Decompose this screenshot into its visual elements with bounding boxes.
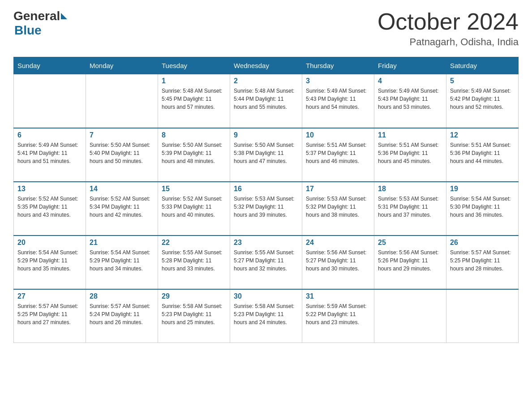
calendar-cell: 25Sunrise: 5:56 AM Sunset: 5:26 PM Dayli… [374,235,446,289]
day-number: 21 [90,239,154,247]
month-title: October 2024 [378,9,519,34]
calendar-cell [14,74,86,128]
day-number: 26 [450,239,515,247]
calendar-cell [374,289,446,343]
day-info: Sunrise: 5:57 AM Sunset: 5:25 PM Dayligh… [450,248,515,273]
day-number: 28 [90,292,154,300]
day-number: 9 [234,131,298,139]
day-number: 10 [306,131,370,139]
calendar-cell: 23Sunrise: 5:55 AM Sunset: 5:27 PM Dayli… [230,235,302,289]
calendar-cell: 31Sunrise: 5:59 AM Sunset: 5:22 PM Dayli… [302,289,374,343]
calendar-cell: 6Sunrise: 5:49 AM Sunset: 5:41 PM Daylig… [14,128,86,182]
day-number: 29 [162,292,226,300]
calendar-week-row: 13Sunrise: 5:52 AM Sunset: 5:35 PM Dayli… [14,182,519,235]
calendar-cell: 3Sunrise: 5:49 AM Sunset: 5:43 PM Daylig… [302,74,374,128]
calendar-cell: 24Sunrise: 5:56 AM Sunset: 5:27 PM Dayli… [302,235,374,289]
day-number: 1 [162,77,226,85]
day-info: Sunrise: 5:53 AM Sunset: 5:32 PM Dayligh… [234,195,298,219]
day-number: 24 [306,239,370,247]
logo-general-text: General [13,9,60,23]
day-info: Sunrise: 5:58 AM Sunset: 5:23 PM Dayligh… [162,302,226,326]
calendar-cell: 28Sunrise: 5:57 AM Sunset: 5:24 PM Dayli… [86,289,158,343]
day-number: 17 [306,185,370,193]
day-number: 3 [306,77,370,85]
calendar-week-row: 27Sunrise: 5:57 AM Sunset: 5:25 PM Dayli… [14,289,519,343]
title-area: October 2024 Patnagarh, Odisha, India [378,9,519,48]
day-info: Sunrise: 5:55 AM Sunset: 5:27 PM Dayligh… [234,248,298,273]
day-info: Sunrise: 5:54 AM Sunset: 5:30 PM Dayligh… [450,195,515,219]
day-info: Sunrise: 5:48 AM Sunset: 5:45 PM Dayligh… [162,87,226,111]
day-number: 27 [17,292,82,300]
calendar-header-row: SundayMondayTuesdayWednesdayThursdayFrid… [14,57,519,74]
day-info: Sunrise: 5:51 AM Sunset: 5:36 PM Dayligh… [450,141,515,165]
column-header-wednesday: Wednesday [230,57,302,74]
day-number: 15 [162,185,226,193]
day-info: Sunrise: 5:59 AM Sunset: 5:22 PM Dayligh… [306,302,370,326]
calendar-cell: 1Sunrise: 5:48 AM Sunset: 5:45 PM Daylig… [158,74,230,128]
column-header-thursday: Thursday [302,57,374,74]
day-info: Sunrise: 5:55 AM Sunset: 5:28 PM Dayligh… [162,248,226,273]
day-number: 2 [234,77,298,85]
calendar-cell: 14Sunrise: 5:52 AM Sunset: 5:34 PM Dayli… [86,182,158,235]
day-number: 31 [306,292,370,300]
calendar-cell: 10Sunrise: 5:51 AM Sunset: 5:37 PM Dayli… [302,128,374,182]
day-number: 7 [90,131,154,139]
day-info: Sunrise: 5:49 AM Sunset: 5:41 PM Dayligh… [17,141,82,165]
day-info: Sunrise: 5:52 AM Sunset: 5:34 PM Dayligh… [90,195,154,219]
calendar-table: SundayMondayTuesdayWednesdayThursdayFrid… [13,57,519,343]
day-number: 5 [450,77,515,85]
day-number: 8 [162,131,226,139]
calendar-cell: 8Sunrise: 5:50 AM Sunset: 5:39 PM Daylig… [158,128,230,182]
day-info: Sunrise: 5:54 AM Sunset: 5:29 PM Dayligh… [17,248,82,273]
calendar-cell: 27Sunrise: 5:57 AM Sunset: 5:25 PM Dayli… [14,289,86,343]
day-info: Sunrise: 5:50 AM Sunset: 5:38 PM Dayligh… [234,141,298,165]
day-number: 16 [234,185,298,193]
calendar-week-row: 1Sunrise: 5:48 AM Sunset: 5:45 PM Daylig… [14,74,519,128]
day-info: Sunrise: 5:49 AM Sunset: 5:43 PM Dayligh… [306,87,370,111]
calendar-cell: 26Sunrise: 5:57 AM Sunset: 5:25 PM Dayli… [446,235,519,289]
day-info: Sunrise: 5:50 AM Sunset: 5:39 PM Dayligh… [162,141,226,165]
logo-container: General Blue [13,9,67,38]
day-info: Sunrise: 5:57 AM Sunset: 5:24 PM Dayligh… [90,302,154,326]
calendar-cell: 17Sunrise: 5:53 AM Sunset: 5:32 PM Dayli… [302,182,374,235]
day-number: 20 [17,239,82,247]
calendar-cell: 15Sunrise: 5:52 AM Sunset: 5:33 PM Dayli… [158,182,230,235]
day-number: 19 [450,185,515,193]
calendar-cell: 13Sunrise: 5:52 AM Sunset: 5:35 PM Dayli… [14,182,86,235]
calendar-cell: 20Sunrise: 5:54 AM Sunset: 5:29 PM Dayli… [14,235,86,289]
day-number: 23 [234,239,298,247]
calendar-cell: 5Sunrise: 5:49 AM Sunset: 5:42 PM Daylig… [446,74,519,128]
calendar-cell [86,74,158,128]
calendar-cell [446,289,519,343]
day-info: Sunrise: 5:57 AM Sunset: 5:25 PM Dayligh… [17,302,82,326]
column-header-friday: Friday [374,57,446,74]
column-header-tuesday: Tuesday [158,57,230,74]
calendar-cell: 12Sunrise: 5:51 AM Sunset: 5:36 PM Dayli… [446,128,519,182]
day-number: 12 [450,131,515,139]
logo-arrow-icon [61,13,67,19]
day-info: Sunrise: 5:50 AM Sunset: 5:40 PM Dayligh… [90,141,154,165]
day-number: 30 [234,292,298,300]
day-info: Sunrise: 5:49 AM Sunset: 5:43 PM Dayligh… [378,87,442,111]
calendar-cell: 18Sunrise: 5:53 AM Sunset: 5:31 PM Dayli… [374,182,446,235]
location-title: Patnagarh, Odisha, India [378,36,519,48]
day-number: 14 [90,185,154,193]
calendar-cell: 30Sunrise: 5:58 AM Sunset: 5:23 PM Dayli… [230,289,302,343]
day-number: 4 [378,77,442,85]
day-number: 6 [17,131,82,139]
day-number: 11 [378,131,442,139]
logo: General [13,9,67,23]
day-info: Sunrise: 5:51 AM Sunset: 5:36 PM Dayligh… [378,141,442,165]
calendar-week-row: 20Sunrise: 5:54 AM Sunset: 5:29 PM Dayli… [14,235,519,289]
calendar-cell: 9Sunrise: 5:50 AM Sunset: 5:38 PM Daylig… [230,128,302,182]
calendar-cell: 29Sunrise: 5:58 AM Sunset: 5:23 PM Dayli… [158,289,230,343]
day-info: Sunrise: 5:52 AM Sunset: 5:35 PM Dayligh… [17,195,82,219]
day-number: 18 [378,185,442,193]
header: General Blue October 2024 Patnagarh, Odi… [13,9,519,48]
day-info: Sunrise: 5:56 AM Sunset: 5:26 PM Dayligh… [378,248,442,273]
day-info: Sunrise: 5:53 AM Sunset: 5:32 PM Dayligh… [306,195,370,219]
day-info: Sunrise: 5:48 AM Sunset: 5:44 PM Dayligh… [234,87,298,111]
day-info: Sunrise: 5:54 AM Sunset: 5:29 PM Dayligh… [90,248,154,273]
day-number: 22 [162,239,226,247]
column-header-monday: Monday [86,57,158,74]
